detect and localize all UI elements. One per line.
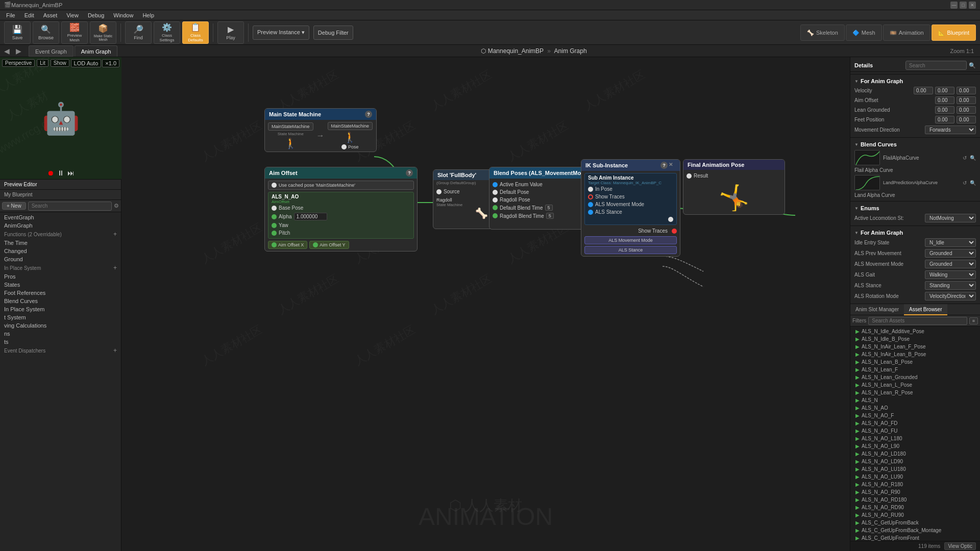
aim-offset-y[interactable]: Aim Offset Y [309,241,349,249]
feet-x-input[interactable] [935,116,954,123]
minimize-btn[interactable]: — [950,2,958,9]
save-button[interactable]: 💾 Save [4,21,31,44]
land-curve-find[interactable]: 🔍 [970,180,976,186]
left-item-blend-curves[interactable]: Blend Curves [0,297,121,305]
asset-item[interactable]: ▶ALS_N_Lean_B_Pose [850,358,980,366]
search-options-btn[interactable]: ⚙ [114,203,119,209]
als-n-ao-node[interactable]: ALS_N_AO AimOffset Base Pose Alpha [268,192,414,239]
perspective-btn[interactable]: Perspective [2,59,35,67]
menu-view[interactable]: View [62,10,83,20]
asset-item[interactable]: ▶ALS_N_AO_RU90 [850,511,980,519]
mesh-tab[interactable]: 🔷 Mesh [846,24,882,41]
left-item-thetime[interactable]: The Time [0,239,121,247]
animation-tab[interactable]: 🎞️ Animation [883,24,930,41]
sm-inner-node1[interactable]: MainStateMachine State Machine 🚶 [268,122,313,149]
make-static-mesh-button[interactable]: 📦 Make Static Mesh [90,21,116,44]
left-item-animgraph[interactable]: AnimGraph [0,221,121,230]
add-inplace-btn[interactable]: + [113,264,117,271]
left-item-inplace2[interactable]: In Place System [0,305,121,313]
asset-search-input[interactable] [868,317,967,325]
left-item-foot-refs[interactable]: Foot References [0,289,121,297]
browse-button[interactable]: 🔍 Browse [33,21,59,44]
left-item-ts[interactable]: ts [0,338,121,346]
left-item-ground[interactable]: Ground [0,255,121,263]
aim-offset-node[interactable]: Aim Offset ? Use cached pose 'MainStateM… [264,167,418,252]
preview-instance-dropdown[interactable]: Preview Instance ▾ [253,26,309,40]
filter-btn[interactable]: ≡ [969,317,978,324]
feet-y-input[interactable] [957,116,976,123]
debug-filter-dropdown[interactable]: Debug Filter [313,26,353,40]
asset-item[interactable]: ▶ALS_C_GetUpFromFront [850,534,980,541]
step-forward-btn[interactable]: ⏭ [67,169,75,177]
lod-btn[interactable]: LOD Auto [71,59,102,67]
asset-item[interactable]: ▶ALS_N [850,396,980,404]
menu-help[interactable]: Help [138,10,158,20]
event-graph-tab[interactable]: Event Graph [29,45,74,57]
left-item-changed[interactable]: Changed [0,247,121,255]
asset-item[interactable]: ▶ALS_N_InAir_Lean_F_Pose [850,343,980,350]
blueprint-tab[interactable]: 📐 Blueprint [932,24,976,41]
asset-item[interactable]: ▶ALS_N_Idle_B_Pose [850,335,980,343]
aim-offset-help[interactable]: ? [406,169,413,177]
asset-item[interactable]: ▶ALS_N_AO_RD180 [850,496,980,504]
asset-item[interactable]: ▶ALS_N_AO_LD180 [850,450,980,458]
main-sm-help[interactable]: ? [365,111,372,118]
idle-entry-select[interactable]: N_Idle [925,238,976,247]
asset-item[interactable]: ▶ALS_N_Idle_Additive_Pose [850,328,980,335]
left-item-pros[interactable]: Pros [0,272,121,281]
asset-item[interactable]: ▶ALS_N_Lean_R_Pose [850,389,980,396]
new-item-btn[interactable]: + New [2,202,26,210]
tab-forward[interactable]: ▶ [14,47,23,55]
class-defaults-button[interactable]: 📋 Class Defaults [182,21,209,44]
als-movement-mode-btn[interactable]: ALS Movement Mode [584,236,677,244]
tab-back[interactable]: ◀ [2,47,12,55]
sm-inner-node2[interactable]: MainStateMachine 🚶 Pose [328,122,373,149]
left-item-eventgraph[interactable]: EventGraph [0,213,121,221]
left-item-ns[interactable]: ns [0,330,121,338]
record-btn[interactable]: ⏺ [47,169,54,177]
aim-offset-x[interactable]: Aim Offset X [268,241,307,249]
preview-mesh-button[interactable]: 🧱 Preview Mesh [61,21,88,44]
prev-movement-select[interactable]: Grounded InAir [925,249,976,258]
find-button[interactable]: 🔎 Find [125,21,152,44]
asset-item[interactable]: ▶ALS_C_GetUpFromBack_Montage [850,527,980,534]
stance-select[interactable]: Standing Crouching [925,281,976,290]
add-dispatcher-btn[interactable]: + [113,347,117,354]
pause-btn[interactable]: ⏸ [57,169,64,177]
asset-item[interactable]: ▶ALS_N_AO [850,404,980,412]
als-stance-btn[interactable]: ALS Stance [584,246,677,254]
left-item-ving[interactable]: ving Calculations [0,321,121,330]
menu-file[interactable]: File [2,10,19,20]
movement-direction-select[interactable]: Forwards Backwards Left Right [925,126,976,134]
asset-item[interactable]: ▶ALS_N_InAir_Lean_B_Pose [850,350,980,358]
vel-z-input[interactable] [957,87,976,94]
anim-slot-manager-tab[interactable]: Anim Slot Manager [850,304,904,315]
left-item-states[interactable]: States [0,281,121,289]
asset-item[interactable]: ▶ALS_N_AO_FU [850,427,980,435]
preview-editor-tab[interactable]: Preview Editor [4,182,37,187]
asset-item[interactable]: ▶ALS_N_Lean_L_Pose [850,381,980,389]
asset-item[interactable]: ▶ALS_C_GetUpFromBack [850,519,980,527]
left-item-tsystem[interactable]: t System [0,313,121,321]
gait-select[interactable]: Walking Running Sprinting [925,270,976,279]
asset-item[interactable]: ▶ALS_N_Lean_Grounded [850,373,980,381]
asset-item[interactable]: ▶ALS_N_Lean_F [850,366,980,373]
details-search[interactable] [905,61,967,70]
asset-item[interactable]: ▶ALS_N_AO_RD90 [850,504,980,511]
anim-graph-canvas[interactable]: 人人素材社区 人人素材社区 人人素材社区 人人素材社区 人人素材社区 人人素材社… [121,57,850,551]
maximize-btn[interactable]: □ [960,2,967,9]
asset-item[interactable]: ▶ALS_N_AO_R180 [850,481,980,488]
menu-window[interactable]: Window [109,10,137,20]
lean-x-input[interactable] [935,106,954,114]
cache-node[interactable]: Use cached pose 'MainStateMachine' [268,181,414,190]
lean-y-input[interactable] [957,106,976,114]
asset-item[interactable]: ▶ALS_N_AO_FD [850,419,980,427]
play-button[interactable]: ▶ Play [217,21,244,44]
aim-y-input[interactable] [957,96,976,104]
menu-edit[interactable]: Edit [20,10,38,20]
ik-help[interactable]: ? [660,162,668,169]
sub-anim-block[interactable]: Sub Anim Instance Target Class: Mannequi… [584,173,677,225]
main-state-machine-node[interactable]: Main State Machine ? MainStateMachine St… [264,108,377,152]
asset-item[interactable]: ▶ALS_N_AO_F [850,412,980,419]
final-anim-pose-node[interactable]: Final Animation Pose Result 🤸 [683,159,785,215]
